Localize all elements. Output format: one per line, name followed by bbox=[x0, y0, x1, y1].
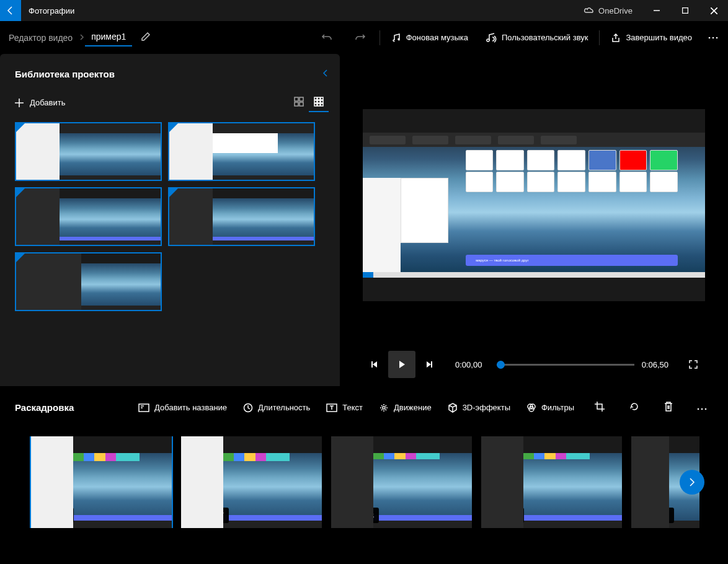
svg-rect-18 bbox=[371, 361, 373, 368]
svg-rect-11 bbox=[321, 97, 323, 100]
library-item[interactable] bbox=[168, 122, 315, 181]
svg-rect-9 bbox=[314, 97, 317, 100]
motion-button[interactable]: Движение bbox=[376, 399, 434, 416]
duration-button[interactable]: Длительность bbox=[241, 399, 313, 416]
app-title: Фотографии bbox=[29, 6, 74, 15]
title-icon bbox=[138, 403, 149, 412]
finish-button[interactable]: Завершить видео bbox=[602, 21, 701, 54]
total-time: 0:06,50 bbox=[642, 360, 668, 369]
export-icon bbox=[611, 33, 621, 43]
library-item[interactable] bbox=[15, 187, 162, 246]
small-grid-button[interactable] bbox=[309, 93, 329, 112]
svg-rect-10 bbox=[317, 97, 320, 100]
close-button[interactable] bbox=[699, 0, 728, 21]
svg-rect-16 bbox=[317, 104, 320, 106]
storyboard-clip[interactable]: 1,97 bbox=[181, 436, 322, 528]
storyboard-clip[interactable]: 1,0 bbox=[31, 436, 172, 528]
bg-music-label: Фоновая музыка bbox=[406, 33, 468, 42]
more-button[interactable] bbox=[691, 399, 713, 416]
svg-rect-13 bbox=[317, 100, 320, 103]
text-icon bbox=[326, 403, 337, 412]
bg-music-button[interactable]: Фоновая музыка bbox=[383, 21, 477, 54]
svg-point-27 bbox=[698, 408, 699, 410]
library-item[interactable] bbox=[168, 187, 315, 246]
svg-rect-7 bbox=[295, 102, 298, 106]
prev-frame-button[interactable] bbox=[361, 351, 388, 378]
collapse-icon[interactable] bbox=[322, 68, 329, 81]
svg-rect-15 bbox=[314, 104, 317, 106]
add-title-button[interactable]: Добавить название bbox=[136, 399, 229, 416]
add-button[interactable]: Добавить bbox=[15, 94, 65, 111]
library-item[interactable] bbox=[15, 122, 162, 181]
svg-rect-20 bbox=[139, 404, 149, 412]
clock-icon bbox=[243, 403, 253, 413]
project-name[interactable]: пример1 bbox=[85, 32, 132, 46]
svg-rect-8 bbox=[300, 102, 303, 106]
finish-label: Завершить видео bbox=[626, 33, 692, 42]
filters-icon bbox=[526, 403, 536, 413]
custom-audio-label: Пользовательский звук bbox=[502, 33, 588, 42]
svg-point-4 bbox=[716, 37, 718, 38]
edit-icon[interactable] bbox=[141, 32, 151, 43]
svg-rect-0 bbox=[683, 8, 688, 14]
svg-rect-19 bbox=[431, 361, 432, 368]
text-button[interactable]: Текст bbox=[324, 399, 365, 416]
filters-button[interactable]: Фильтры bbox=[524, 399, 577, 416]
audio-icon bbox=[486, 33, 497, 43]
add-label: Добавить bbox=[30, 98, 65, 107]
chevron-right-icon bbox=[79, 33, 85, 42]
storyboard-title: Раскадровка bbox=[15, 402, 74, 413]
music-icon bbox=[391, 33, 401, 43]
svg-rect-14 bbox=[321, 100, 323, 103]
motion-icon bbox=[379, 403, 389, 413]
svg-point-2 bbox=[709, 37, 711, 38]
svg-rect-5 bbox=[295, 97, 298, 101]
preview-banner: маруся — твой голосовой друг bbox=[466, 255, 678, 267]
back-button[interactable] bbox=[0, 0, 21, 21]
seek-bar[interactable] bbox=[497, 364, 634, 366]
3d-effects-button[interactable]: 3D-эффекты bbox=[445, 399, 513, 416]
undo-button[interactable] bbox=[310, 21, 344, 54]
delete-button[interactable] bbox=[657, 397, 680, 418]
current-time: 0:00,00 bbox=[455, 360, 482, 369]
cube-icon bbox=[448, 403, 458, 413]
cloud-icon bbox=[584, 7, 595, 14]
svg-point-29 bbox=[705, 408, 707, 410]
storyboard-clip[interactable]: 0,5 bbox=[481, 436, 622, 528]
library-item[interactable] bbox=[15, 252, 162, 311]
svg-point-3 bbox=[712, 37, 714, 38]
onedrive-label: OneDrive bbox=[598, 6, 633, 15]
next-clips-button[interactable] bbox=[680, 470, 704, 495]
rotate-button[interactable] bbox=[623, 397, 646, 418]
custom-audio-button[interactable]: Пользовательский звук bbox=[477, 21, 597, 54]
svg-rect-17 bbox=[321, 104, 323, 106]
preview-player[interactable]: маруся — твой голосовой друг bbox=[363, 109, 705, 301]
more-button[interactable] bbox=[701, 21, 726, 54]
maximize-button[interactable] bbox=[671, 0, 699, 21]
fullscreen-button[interactable] bbox=[680, 351, 707, 378]
svg-rect-6 bbox=[300, 97, 303, 101]
next-frame-button[interactable] bbox=[415, 351, 443, 378]
breadcrumb-editor[interactable]: Редактор видео bbox=[2, 33, 79, 43]
onedrive-button[interactable]: OneDrive bbox=[584, 6, 633, 15]
redo-button[interactable] bbox=[344, 21, 377, 54]
large-grid-button[interactable] bbox=[289, 93, 309, 112]
minimize-button[interactable] bbox=[642, 0, 671, 21]
plus-icon bbox=[15, 99, 24, 107]
library-title: Библиотека проектов bbox=[15, 69, 322, 79]
svg-point-28 bbox=[701, 408, 703, 410]
play-button[interactable] bbox=[388, 351, 415, 378]
storyboard-clip[interactable]: 1,03 bbox=[331, 436, 472, 528]
svg-rect-12 bbox=[314, 100, 317, 103]
crop-button[interactable] bbox=[588, 397, 611, 418]
svg-point-23 bbox=[383, 407, 385, 409]
